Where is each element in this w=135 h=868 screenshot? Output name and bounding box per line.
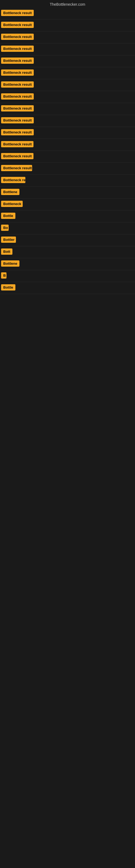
bottleneck-result-badge[interactable]: Bottleneck result (1, 129, 34, 135)
bottleneck-result-badge[interactable]: Bottleneck re (1, 177, 26, 183)
list-item: Bottleneck result (0, 163, 135, 175)
list-item: Bo (0, 222, 135, 235)
list-item: Bottler (0, 235, 135, 246)
bottleneck-result-badge[interactable]: Bottleneck result (1, 82, 34, 88)
bottleneck-result-badge[interactable]: Bottleneck result (1, 117, 34, 123)
bottleneck-result-badge[interactable]: Bottleneck result (1, 105, 34, 112)
bottleneck-result-badge[interactable]: Bottleneck result (1, 69, 34, 76)
site-title: TheBottlenecker.com (0, 0, 135, 8)
list-item: Bottlene (0, 187, 135, 198)
list-item: Bottleneck result (0, 67, 135, 79)
bottleneck-result-badge[interactable]: Bo (1, 225, 9, 231)
bottleneck-result-badge[interactable]: Bottleneck result (1, 153, 34, 159)
results-list: Bottleneck resultBottleneck resultBottle… (0, 8, 135, 294)
bottleneck-result-badge[interactable]: Bottlene (1, 260, 19, 267)
list-item: Bottleneck result (0, 55, 135, 67)
bottleneck-result-badge[interactable]: Bottleneck result (1, 58, 34, 64)
list-item: Bottleneck result (0, 43, 135, 55)
bottleneck-result-badge[interactable]: Bottle (1, 284, 15, 290)
list-item: Bottleneck result (0, 151, 135, 163)
list-item: Bottleneck result (0, 31, 135, 43)
list-item: Bottle (0, 211, 135, 222)
bottleneck-result-badge[interactable]: B (1, 272, 6, 279)
bottleneck-result-badge[interactable]: Bottler (1, 237, 16, 243)
list-item: Bottleneck result (0, 91, 135, 103)
bottleneck-result-badge[interactable]: Bottle (1, 213, 15, 219)
bottleneck-result-badge[interactable]: Bottleneck result (1, 22, 34, 28)
bottleneck-result-badge[interactable]: Bottlene (1, 189, 19, 195)
bottleneck-result-badge[interactable]: Bottleneck result (1, 34, 34, 40)
list-item: Bottlene (0, 258, 135, 270)
site-header: TheBottlenecker.com (0, 0, 135, 8)
list-item: Bottleneck re (0, 175, 135, 187)
list-item: Bottleneck result (0, 115, 135, 127)
bottleneck-result-badge[interactable]: Bottleneck result (1, 10, 34, 16)
bottleneck-result-badge[interactable]: Bottleneck result (1, 93, 34, 99)
list-item: Bottleneck result (0, 139, 135, 151)
bottleneck-result-badge[interactable]: Bottleneck (1, 201, 23, 207)
bottleneck-result-badge[interactable]: Bottleneck result (1, 165, 32, 171)
list-item: Bottleneck result (0, 20, 135, 31)
list-item: Bott (0, 246, 135, 258)
bottleneck-result-badge[interactable]: Bott (1, 248, 12, 255)
list-item: Bottleneck result (0, 127, 135, 139)
list-item: Bottle (0, 282, 135, 294)
list-item: Bottleneck result (0, 8, 135, 20)
list-item: B (0, 270, 135, 282)
list-item: Bottleneck result (0, 103, 135, 115)
bottleneck-result-badge[interactable]: Bottleneck result (1, 45, 34, 52)
list-item: Bottleneck (0, 198, 135, 211)
list-item: Bottleneck result (0, 79, 135, 91)
bottleneck-result-badge[interactable]: Bottleneck result (1, 141, 34, 147)
